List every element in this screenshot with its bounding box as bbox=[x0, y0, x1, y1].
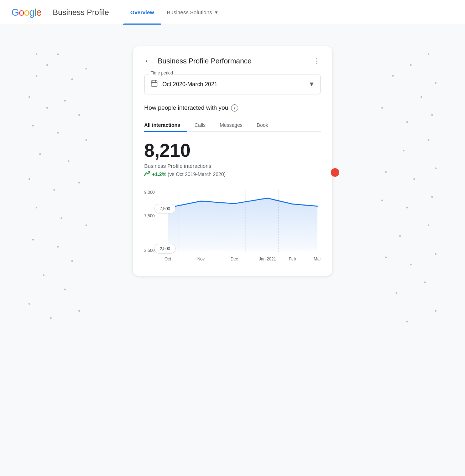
chart-svg: 9,000 7,500 2,500 bbox=[144, 186, 321, 264]
back-button[interactable]: ← bbox=[144, 56, 152, 66]
dropdown-arrow-icon: ▼ bbox=[308, 81, 315, 88]
svg-text:7,500: 7,500 bbox=[160, 206, 170, 212]
svg-text:Mar: Mar bbox=[314, 257, 321, 262]
info-icon[interactable]: i bbox=[231, 104, 238, 112]
chevron-down-icon: ▼ bbox=[214, 10, 219, 15]
performance-card: ← Business Profile Performance ⋮ Time pe… bbox=[133, 46, 332, 276]
interactions-chart: 9,000 7,500 2,500 bbox=[144, 186, 321, 264]
time-period-selector[interactable]: Oct 2020-March 2021 ▼ bbox=[144, 74, 321, 94]
svg-text:Nov: Nov bbox=[197, 257, 205, 262]
google-logo: Google bbox=[11, 7, 41, 18]
interactions-tabs: All interactions Calls Messages Book bbox=[144, 119, 321, 132]
tab-business-solutions[interactable]: Business Solutions ▼ bbox=[161, 9, 224, 15]
time-period-value: Oct 2020-March 2021 bbox=[162, 81, 304, 88]
svg-text:Oct: Oct bbox=[164, 257, 171, 262]
svg-text:Feb: Feb bbox=[289, 257, 296, 262]
tab-book[interactable]: Book bbox=[250, 119, 275, 131]
calendar-icon bbox=[150, 79, 158, 89]
svg-text:2,500: 2,500 bbox=[160, 246, 170, 252]
trend-percent: +1.2% bbox=[152, 171, 166, 177]
section-heading: How people interacted with you i bbox=[144, 104, 321, 112]
stat-label: Business Profile interactions bbox=[144, 163, 321, 169]
stat-trend: +1.2% (vs Oct 2019-March 2020) bbox=[144, 171, 321, 177]
header-title: Business Profile bbox=[53, 8, 109, 17]
tab-overview[interactable]: Overview bbox=[123, 0, 161, 25]
app-header: Google Business Profile Overview Busines… bbox=[0, 0, 465, 25]
svg-text:Dec: Dec bbox=[231, 257, 238, 262]
time-period-wrapper: Time period Oct 2020-March 2021 ▼ bbox=[144, 74, 321, 94]
notification-dot[interactable] bbox=[331, 168, 339, 177]
top-nav: Overview Business Solutions ▼ bbox=[123, 0, 454, 25]
trend-up-icon bbox=[144, 171, 151, 177]
more-menu-button[interactable]: ⋮ bbox=[313, 57, 321, 65]
svg-text:9,000: 9,000 bbox=[144, 190, 155, 195]
svg-text:7,500: 7,500 bbox=[144, 213, 155, 219]
svg-rect-0 bbox=[151, 81, 157, 87]
svg-marker-11 bbox=[168, 198, 317, 250]
card-header: ← Business Profile Performance ⋮ bbox=[144, 56, 321, 66]
trend-comparison: (vs Oct 2019-March 2020) bbox=[168, 171, 226, 177]
tab-messages[interactable]: Messages bbox=[213, 119, 250, 131]
svg-text:2,500: 2,500 bbox=[144, 248, 155, 253]
time-period-label: Time period bbox=[149, 71, 174, 76]
svg-text:Jan 2021: Jan 2021 bbox=[259, 257, 276, 262]
tab-calls[interactable]: Calls bbox=[187, 119, 213, 131]
card-title: Business Profile Performance bbox=[158, 57, 313, 65]
main-stat-value: 8,210 bbox=[144, 140, 321, 161]
page-background: ← Business Profile Performance ⋮ Time pe… bbox=[0, 25, 465, 476]
tab-all-interactions[interactable]: All interactions bbox=[144, 119, 187, 131]
